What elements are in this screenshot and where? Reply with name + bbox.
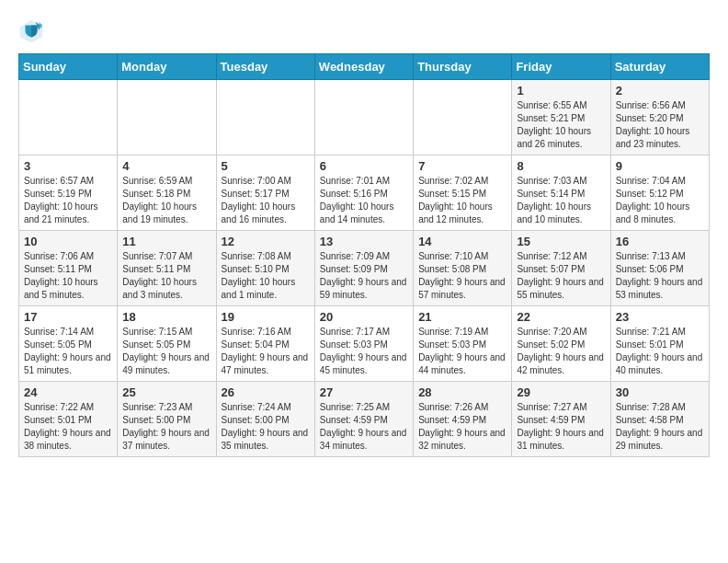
day-info: Sunrise: 7:02 AM Sunset: 5:15 PM Dayligh…	[418, 175, 506, 226]
day-number: 20	[320, 310, 408, 324]
calendar-cell: 29Sunrise: 7:27 AM Sunset: 4:59 PM Dayli…	[512, 382, 610, 457]
weekday-header-row: SundayMondayTuesdayWednesdayThursdayFrid…	[19, 54, 710, 80]
day-number: 28	[418, 385, 506, 399]
day-info: Sunrise: 6:55 AM Sunset: 5:21 PM Dayligh…	[517, 99, 605, 151]
day-info: Sunrise: 7:07 AM Sunset: 5:11 PM Dayligh…	[122, 250, 210, 302]
day-number: 4	[122, 159, 210, 173]
day-number: 21	[418, 310, 506, 324]
calendar-cell: 28Sunrise: 7:26 AM Sunset: 4:59 PM Dayli…	[414, 382, 512, 457]
day-info: Sunrise: 7:10 AM Sunset: 5:08 PM Dayligh…	[418, 250, 506, 302]
weekday-header: Tuesday	[216, 54, 314, 80]
day-number: 2	[616, 84, 704, 98]
calendar-cell: 21Sunrise: 7:19 AM Sunset: 5:03 PM Dayli…	[414, 306, 512, 382]
day-info: Sunrise: 7:15 AM Sunset: 5:05 PM Dayligh…	[122, 326, 210, 377]
calendar-cell: 12Sunrise: 7:08 AM Sunset: 5:10 PM Dayli…	[216, 231, 314, 306]
day-number: 8	[517, 159, 605, 173]
day-number: 19	[222, 310, 310, 324]
calendar-cell: 2Sunrise: 6:56 AM Sunset: 5:20 PM Daylig…	[610, 80, 709, 155]
page-header	[18, 18, 710, 44]
calendar-cell: 20Sunrise: 7:17 AM Sunset: 5:03 PM Dayli…	[314, 306, 413, 382]
day-info: Sunrise: 7:06 AM Sunset: 5:11 PM Dayligh…	[24, 250, 112, 302]
day-info: Sunrise: 6:59 AM Sunset: 5:18 PM Dayligh…	[122, 175, 210, 226]
weekday-header: Saturday	[610, 54, 709, 80]
day-info: Sunrise: 7:00 AM Sunset: 5:17 PM Dayligh…	[222, 175, 310, 226]
calendar-cell: 6Sunrise: 7:01 AM Sunset: 5:16 PM Daylig…	[314, 155, 413, 231]
day-number: 15	[517, 235, 605, 248]
calendar-cell	[118, 80, 216, 155]
day-number: 6	[320, 159, 408, 173]
weekday-header: Friday	[512, 54, 610, 80]
calendar-cell: 11Sunrise: 7:07 AM Sunset: 5:11 PM Dayli…	[118, 231, 216, 306]
calendar-cell: 9Sunrise: 7:04 AM Sunset: 5:12 PM Daylig…	[610, 155, 709, 231]
calendar-cell: 19Sunrise: 7:16 AM Sunset: 5:04 PM Dayli…	[216, 306, 314, 382]
day-info: Sunrise: 7:23 AM Sunset: 5:00 PM Dayligh…	[122, 401, 210, 453]
day-info: Sunrise: 7:04 AM Sunset: 5:12 PM Dayligh…	[616, 175, 704, 226]
day-info: Sunrise: 7:24 AM Sunset: 5:00 PM Dayligh…	[222, 401, 310, 453]
day-number: 18	[122, 310, 210, 324]
day-number: 11	[122, 235, 210, 248]
calendar-cell: 4Sunrise: 6:59 AM Sunset: 5:18 PM Daylig…	[118, 155, 216, 231]
day-number: 13	[320, 235, 408, 248]
day-number: 1	[517, 84, 605, 98]
calendar-week-row: 3Sunrise: 6:57 AM Sunset: 5:19 PM Daylig…	[19, 155, 710, 231]
day-info: Sunrise: 7:01 AM Sunset: 5:16 PM Dayligh…	[320, 175, 408, 226]
calendar-cell: 30Sunrise: 7:28 AM Sunset: 4:58 PM Dayli…	[610, 382, 709, 457]
day-number: 23	[616, 310, 704, 324]
logo-icon	[18, 18, 44, 44]
weekday-header: Wednesday	[314, 54, 413, 80]
weekday-header: Sunday	[19, 54, 118, 80]
day-info: Sunrise: 7:08 AM Sunset: 5:10 PM Dayligh…	[222, 250, 310, 302]
day-number: 10	[24, 235, 112, 248]
day-number: 5	[222, 159, 310, 173]
day-info: Sunrise: 7:16 AM Sunset: 5:04 PM Dayligh…	[222, 326, 310, 377]
calendar-cell	[414, 80, 512, 155]
calendar-week-row: 24Sunrise: 7:22 AM Sunset: 5:01 PM Dayli…	[19, 382, 710, 457]
day-info: Sunrise: 7:22 AM Sunset: 5:01 PM Dayligh…	[24, 401, 112, 453]
day-info: Sunrise: 7:03 AM Sunset: 5:14 PM Dayligh…	[517, 175, 605, 226]
day-info: Sunrise: 7:26 AM Sunset: 4:59 PM Dayligh…	[418, 401, 506, 453]
calendar-cell: 24Sunrise: 7:22 AM Sunset: 5:01 PM Dayli…	[19, 382, 118, 457]
day-info: Sunrise: 7:21 AM Sunset: 5:01 PM Dayligh…	[616, 326, 704, 377]
day-number: 12	[222, 235, 310, 248]
day-number: 14	[418, 235, 506, 248]
calendar-table: SundayMondayTuesdayWednesdayThursdayFrid…	[18, 53, 710, 457]
day-number: 17	[24, 310, 112, 324]
day-info: Sunrise: 7:20 AM Sunset: 5:02 PM Dayligh…	[517, 326, 605, 377]
calendar-cell: 7Sunrise: 7:02 AM Sunset: 5:15 PM Daylig…	[414, 155, 512, 231]
calendar-cell	[314, 80, 413, 155]
day-number: 22	[517, 310, 605, 324]
day-info: Sunrise: 7:13 AM Sunset: 5:06 PM Dayligh…	[616, 250, 704, 302]
day-info: Sunrise: 7:14 AM Sunset: 5:05 PM Dayligh…	[24, 326, 112, 377]
day-info: Sunrise: 7:12 AM Sunset: 5:07 PM Dayligh…	[517, 250, 605, 302]
calendar-cell: 27Sunrise: 7:25 AM Sunset: 4:59 PM Dayli…	[314, 382, 413, 457]
calendar-week-row: 17Sunrise: 7:14 AM Sunset: 5:05 PM Dayli…	[19, 306, 710, 382]
day-info: Sunrise: 7:09 AM Sunset: 5:09 PM Dayligh…	[320, 250, 408, 302]
day-info: Sunrise: 7:19 AM Sunset: 5:03 PM Dayligh…	[418, 326, 506, 377]
calendar-cell: 3Sunrise: 6:57 AM Sunset: 5:19 PM Daylig…	[19, 155, 118, 231]
day-number: 7	[418, 159, 506, 173]
weekday-header: Monday	[118, 54, 216, 80]
calendar-cell: 16Sunrise: 7:13 AM Sunset: 5:06 PM Dayli…	[610, 231, 709, 306]
day-info: Sunrise: 6:57 AM Sunset: 5:19 PM Dayligh…	[24, 175, 112, 226]
calendar-cell: 8Sunrise: 7:03 AM Sunset: 5:14 PM Daylig…	[512, 155, 610, 231]
calendar-cell: 18Sunrise: 7:15 AM Sunset: 5:05 PM Dayli…	[118, 306, 216, 382]
day-number: 30	[616, 385, 704, 399]
calendar-cell: 25Sunrise: 7:23 AM Sunset: 5:00 PM Dayli…	[118, 382, 216, 457]
day-number: 29	[517, 385, 605, 399]
calendar-cell	[19, 80, 118, 155]
day-number: 16	[616, 235, 704, 248]
calendar-week-row: 10Sunrise: 7:06 AM Sunset: 5:11 PM Dayli…	[19, 231, 710, 306]
day-number: 27	[320, 385, 408, 399]
calendar-cell	[216, 80, 314, 155]
calendar-cell: 13Sunrise: 7:09 AM Sunset: 5:09 PM Dayli…	[314, 231, 413, 306]
calendar-cell: 22Sunrise: 7:20 AM Sunset: 5:02 PM Dayli…	[512, 306, 610, 382]
calendar-cell: 10Sunrise: 7:06 AM Sunset: 5:11 PM Dayli…	[19, 231, 118, 306]
calendar-cell: 26Sunrise: 7:24 AM Sunset: 5:00 PM Dayli…	[216, 382, 314, 457]
calendar-week-row: 1Sunrise: 6:55 AM Sunset: 5:21 PM Daylig…	[19, 80, 710, 155]
calendar-cell: 14Sunrise: 7:10 AM Sunset: 5:08 PM Dayli…	[414, 231, 512, 306]
calendar-cell: 17Sunrise: 7:14 AM Sunset: 5:05 PM Dayli…	[19, 306, 118, 382]
calendar-cell: 23Sunrise: 7:21 AM Sunset: 5:01 PM Dayli…	[610, 306, 709, 382]
logo	[18, 18, 48, 44]
day-number: 25	[122, 385, 210, 399]
day-number: 3	[24, 159, 112, 173]
